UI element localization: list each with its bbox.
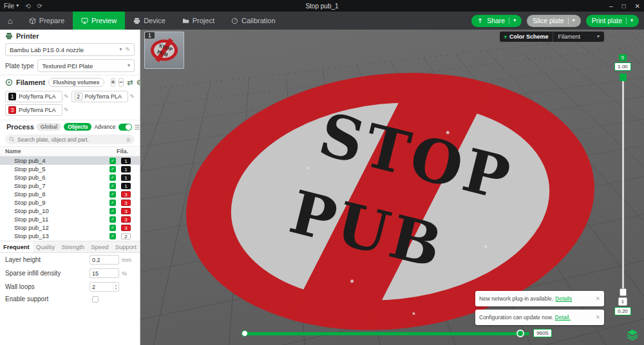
tab-strength[interactable]: Strength	[58, 241, 88, 252]
layer-height-input[interactable]	[90, 255, 119, 265]
edit-filament-icon[interactable]: ✎	[64, 107, 69, 113]
filament-settings-icon[interactable]: ⚙	[136, 79, 140, 87]
redo-icon[interactable]: ⟳	[37, 3, 43, 10]
notification-detail-link[interactable]: Detail.	[555, 314, 571, 321]
color-scheme-select[interactable]: Filament ▾	[553, 32, 604, 42]
object-filament-badge[interactable]: 1	[121, 158, 131, 164]
object-filament-badge[interactable]: 1	[121, 174, 131, 181]
object-row[interactable]: Stop pub_8 ✓ 3	[0, 190, 140, 198]
slice-plate-button[interactable]: Slice plate ▾	[527, 15, 580, 27]
chevron-down-icon[interactable]: ▾	[513, 18, 516, 23]
move-slider-handle[interactable]	[516, 330, 524, 337]
tab-project[interactable]: Project	[174, 12, 223, 30]
add-filament-button[interactable]: +	[111, 78, 116, 87]
sync-filament-icon[interactable]: ⇄	[127, 79, 133, 87]
printer-select[interactable]: Bambu Lab P1S 0.4 nozzle ▾ ✎	[5, 43, 135, 56]
tab-support[interactable]: Support	[112, 241, 140, 252]
remove-filament-button[interactable]: −	[118, 78, 124, 87]
filament-slot-2[interactable]: 2 PolyTerra PLA ✎	[71, 91, 135, 102]
tab-device[interactable]: Device	[125, 12, 174, 30]
object-filament-badge[interactable]: 1	[121, 166, 131, 172]
object-row[interactable]: Stop pub_11 ✓ 3	[0, 215, 140, 223]
move-slider-start-handle[interactable]	[242, 330, 248, 337]
object-filament-badge[interactable]: 3	[121, 191, 131, 198]
tab-prepare[interactable]: Prepare	[21, 12, 73, 30]
wall-loops-input[interactable]	[90, 283, 113, 291]
process-global-toggle[interactable]: Global	[37, 123, 61, 131]
home-button[interactable]: ⌂	[0, 12, 21, 30]
color-scheme-toggle[interactable]: ▾ Color Scheme	[500, 32, 553, 42]
filament-slot-3[interactable]: 3 PolyTerra PLA ✎	[5, 104, 69, 116]
object-row[interactable]: Stop pub_10 ✓ 3	[0, 207, 140, 215]
object-visible-checkbox[interactable]: ✓	[109, 174, 116, 181]
edit-filament-icon[interactable]: ✎	[64, 93, 69, 100]
layer-slider[interactable]: 5 1.00 1 0.20	[613, 54, 632, 317]
close-icon[interactable]: ✕	[595, 295, 600, 302]
object-visible-checkbox[interactable]: ✓	[109, 208, 116, 214]
object-filament-badge[interactable]: 3	[121, 200, 131, 206]
file-menu[interactable]: File ▾	[4, 3, 19, 10]
object-visible-checkbox[interactable]: ✓	[109, 225, 116, 231]
object-filament-badge[interactable]: 1	[121, 183, 131, 189]
object-filament-badge[interactable]: 3	[121, 208, 131, 214]
notification-details-link[interactable]: Details	[555, 295, 572, 302]
object-filament-badge[interactable]: 3	[121, 225, 131, 231]
tab-quality[interactable]: Quality	[33, 241, 59, 252]
minimize-button[interactable]: –	[609, 3, 613, 10]
object-filament-badge[interactable]: 2	[121, 233, 131, 239]
object-visible-checkbox[interactable]: ✓	[109, 166, 116, 172]
object-row[interactable]: Stop pub_13 ✓ 2	[0, 232, 140, 240]
undo-icon[interactable]: ⟲	[25, 3, 30, 10]
stepper-arrows[interactable]: ▴▾	[113, 283, 118, 291]
edit-printer-icon[interactable]: ✎	[125, 46, 130, 53]
tab-frequent[interactable]: Frequent	[0, 241, 33, 252]
close-button[interactable]: ✕	[635, 3, 640, 10]
object-visible-checkbox[interactable]: ✓	[109, 158, 116, 164]
object-visible-checkbox[interactable]: ✓	[109, 200, 116, 206]
layer-slider-bottom-handle[interactable]	[620, 288, 627, 296]
infill-density-input[interactable]	[90, 268, 119, 278]
viewport-3d[interactable]: STOP PUB 1 STOP	[140, 30, 644, 345]
search-box[interactable]: ⊗	[5, 135, 135, 144]
close-icon[interactable]: ✕	[595, 314, 600, 321]
plate-thumbnail[interactable]: 1 STOP PUB	[144, 32, 184, 69]
layer-slider-top-handle[interactable]	[620, 73, 627, 81]
object-row[interactable]: Stop pub_6 ✓ 1	[0, 173, 140, 182]
tab-preview[interactable]: Preview	[73, 12, 125, 30]
search-input[interactable]	[17, 136, 123, 143]
object-row[interactable]: Stop pub_5 ✓ 1	[0, 165, 140, 173]
clear-search-icon[interactable]: ⊗	[126, 136, 131, 143]
chevron-down-icon[interactable]: ▾	[573, 18, 575, 23]
object-row[interactable]: Stop pub_9 ✓ 3	[0, 198, 140, 207]
plate-type-select[interactable]: Textured PEI Plate ▾	[37, 59, 135, 72]
chevron-down-icon[interactable]: ▾	[630, 18, 633, 23]
layer-slider-track[interactable]	[622, 74, 624, 295]
object-visible-checkbox[interactable]: ✓	[109, 183, 116, 189]
process-objects-toggle[interactable]: Objects	[64, 123, 91, 131]
object-visible-checkbox[interactable]: ✓	[109, 191, 116, 198]
flushing-volumes-button[interactable]: Flushing volumes	[48, 78, 104, 87]
tab-speed[interactable]: Speed	[88, 241, 111, 252]
layers-view-button[interactable]	[626, 328, 639, 341]
object-visible-checkbox[interactable]: ✓	[109, 216, 116, 223]
object-filament-badge[interactable]: 3	[121, 216, 131, 223]
share-button[interactable]: Share ▾	[471, 15, 522, 27]
object-row[interactable]: Stop pub_4 ✓ 1	[0, 156, 140, 165]
edit-filament-icon[interactable]: ✎	[129, 93, 135, 100]
print-plate-button[interactable]: Print plate ▾	[586, 15, 639, 27]
button-divider	[509, 17, 509, 24]
wall-loops-stepper[interactable]: ▴▾	[90, 282, 119, 292]
filament-slot-1[interactable]: 1 PolyTerra PLA ✎	[5, 91, 69, 102]
filament-color-badge[interactable]: 3	[8, 106, 16, 114]
tab-calibration[interactable]: Calibration	[223, 12, 284, 30]
advance-toggle[interactable]	[118, 124, 132, 131]
object-visible-checkbox[interactable]: ✓	[109, 233, 116, 239]
filament-color-badge[interactable]: 1	[8, 93, 16, 100]
object-row[interactable]: Stop pub_12 ✓ 3	[0, 223, 140, 232]
enable-support-checkbox[interactable]	[92, 296, 99, 303]
maximize-button[interactable]: □	[622, 3, 626, 10]
object-row[interactable]: Stop pub_7 ✓ 1	[0, 182, 140, 190]
param-list-icon[interactable]: ☰	[135, 124, 140, 131]
filament-color-badge[interactable]: 2	[75, 93, 82, 100]
move-slider[interactable]	[243, 332, 529, 335]
